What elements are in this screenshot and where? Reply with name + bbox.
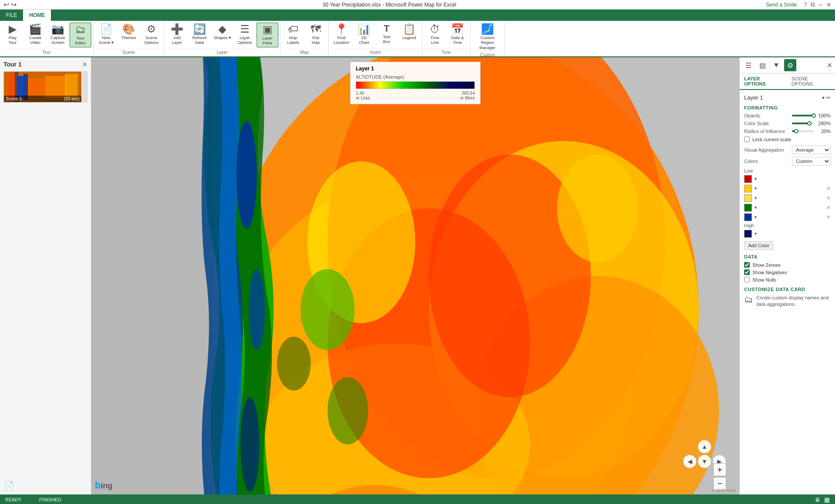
color-scale-thumb[interactable] (807, 121, 812, 126)
status-display-icon[interactable]: 🖥 (815, 496, 821, 503)
restore-icon[interactable]: ⧉ (811, 1, 815, 8)
legend-max-group: 365.64 or More (460, 91, 475, 100)
layer-edit-icon[interactable]: ✏ (826, 95, 831, 101)
low-label: Low (744, 168, 831, 173)
new-scene-icon: 📄 (100, 24, 113, 34)
ribbon-group-scene: 📄 NewScene ▾ 🎨 Themes ⚙ SceneOptions Sce… (94, 21, 164, 56)
panel-close-button[interactable]: ✕ (827, 61, 832, 70)
add-color-button[interactable]: Add Color (744, 241, 773, 250)
legend-labels: 1.46 or Less 365.64 or More (356, 91, 475, 100)
layer-pane-button[interactable]: ▣ LayerPane (257, 23, 278, 47)
show-nulls-checkbox[interactable] (744, 277, 750, 282)
visual-aggregation-control: Average Sum Count Min Max (792, 146, 831, 154)
scene-thumb-image: Scene 1 (10 sec) (4, 72, 81, 102)
show-nulls-label[interactable]: Show Nulls (752, 277, 776, 282)
2d-chart-button[interactable]: 📊 2DChart (353, 23, 375, 46)
ribbon-group-items-time: ⏱ TimeLine 📅 Date &Time (424, 21, 468, 49)
tab-file[interactable]: FILE (0, 10, 23, 21)
color-scale-fill (792, 123, 809, 124)
color-swatch-green[interactable] (744, 204, 752, 212)
send-smile-link[interactable]: Send a Smile (762, 1, 800, 9)
tour-panel-close[interactable]: ✕ (82, 61, 87, 68)
refresh-data-icon: 🔄 (193, 24, 206, 34)
color-swatch-red[interactable] (744, 175, 752, 183)
map-visualization (91, 57, 739, 494)
tab-layer-options[interactable]: LAYER OPTIONS (740, 73, 787, 90)
close-window-icon[interactable]: ✕ (826, 1, 832, 8)
text-box-label: TextBox (383, 34, 390, 44)
refresh-data-button[interactable]: 🔄 RefreshData (189, 23, 210, 46)
panel-list-icon[interactable]: ☰ (742, 59, 755, 71)
new-scene-button[interactable]: 📄 NewScene ▾ (95, 23, 117, 46)
show-zeroes-label[interactable]: Show Zeroes (752, 262, 781, 268)
legend-button[interactable]: 📋 Legend (398, 23, 420, 41)
add-scene-icon[interactable]: 📄 (3, 481, 14, 491)
visual-aggregation-label: Visual Aggregation (744, 147, 792, 153)
radius-slider[interactable] (792, 130, 814, 132)
high-color-swatch-item[interactable] (744, 230, 752, 238)
undo-btn[interactable]: ↩ (3, 0, 9, 9)
flat-map-button[interactable]: 🗺 FlatMap (305, 23, 327, 46)
custom-region-manager-button[interactable]: 🗾 Custom RegionManager (472, 23, 503, 51)
panel-filter-icon[interactable]: ▼ (770, 59, 782, 71)
svg-point-27 (240, 397, 259, 491)
nav-left-button[interactable]: ◀ (683, 454, 697, 468)
status-grid-icon[interactable]: ▦ (824, 496, 830, 503)
show-negatives-checkbox[interactable] (744, 269, 750, 275)
opacity-slider[interactable] (792, 115, 814, 116)
visual-aggregation-select[interactable]: Average Sum Count Min Max (792, 146, 831, 154)
tour-group-label: Tour (2, 49, 91, 56)
themes-button[interactable]: 🎨 Themes (118, 23, 140, 41)
remove-color-3[interactable]: ✕ (826, 195, 831, 201)
scene-options-label: SceneOptions (144, 35, 159, 45)
nav-up-button[interactable]: ▲ (698, 440, 711, 454)
remove-color-4[interactable]: ✕ (826, 205, 831, 211)
colors-select[interactable]: Custom Default Colorblind Safe (792, 157, 831, 166)
opacity-value: 100% (815, 113, 831, 118)
time-line-button[interactable]: ⏱ TimeLine (424, 23, 446, 46)
opacity-thumb[interactable] (812, 113, 816, 118)
layer-dropdown-icon[interactable]: ▾ (822, 95, 825, 101)
play-tour-button[interactable]: ▶ PlayTour (2, 23, 23, 46)
scene-thumbnail[interactable]: Scene 1 (10 sec) (3, 71, 87, 103)
shapes-button[interactable]: ◆ Shapes ▾ (211, 23, 233, 41)
panel-settings-icon[interactable]: ⚙ (784, 59, 796, 71)
minimize-icon[interactable]: ─ (818, 1, 823, 8)
map-labels-button[interactable]: 🏷 MapLabels (282, 23, 304, 46)
tab-home[interactable]: HOME (23, 10, 51, 21)
tab-scene-options[interactable]: SCENE OPTIONS (787, 73, 835, 90)
insert-group-label: Insert (331, 49, 420, 56)
radius-thumb[interactable] (794, 129, 798, 133)
tour-editor-button[interactable]: 🗂 TourEditor (70, 23, 91, 47)
color-swatch-blue[interactable] (744, 213, 752, 221)
remove-color-2[interactable]: ✕ (826, 186, 831, 192)
color-scale-slider[interactable] (792, 123, 814, 124)
show-negatives-row: Show Negatives (744, 269, 831, 275)
panel-layers-icon[interactable]: ▤ (756, 59, 768, 71)
lock-scale-label[interactable]: Lock current scale (752, 137, 791, 142)
find-location-icon: 📍 (335, 24, 348, 34)
legend-max-value: 365.64 (460, 91, 475, 96)
zoom-in-button[interactable]: + (713, 463, 726, 476)
formatting-section-title: FORMATTING (744, 105, 831, 110)
create-video-button[interactable]: 🎬 CreateVideo (24, 23, 46, 46)
help-icon[interactable]: ? (804, 1, 807, 8)
color-swatch-yellow1[interactable] (744, 185, 752, 192)
layer-options-button[interactable]: ☰ LayerOptions (234, 23, 256, 46)
date-time-button[interactable]: 📅 Date &Time (447, 23, 468, 46)
lock-scale-checkbox[interactable] (744, 136, 750, 142)
nav-down-button[interactable]: ▼ (698, 454, 711, 468)
capture-screen-button[interactable]: 📷 CaptureScreen (47, 23, 69, 46)
find-location-button[interactable]: 📍 FindLocation (331, 23, 352, 46)
text-box-button[interactable]: T TextBox (376, 23, 397, 46)
scene-options-button[interactable]: ⚙ SceneOptions (140, 23, 162, 46)
remove-color-5[interactable]: ✕ (826, 214, 831, 220)
text-box-icon: T (384, 24, 389, 33)
color-swatch-yellow2[interactable] (744, 194, 752, 202)
show-negatives-label[interactable]: Show Negatives (752, 270, 787, 275)
redo-btn[interactable]: ↪ (11, 0, 17, 9)
show-zeroes-checkbox[interactable] (744, 262, 750, 268)
add-layer-button[interactable]: ➕ AddLayer (166, 23, 188, 46)
data-card-icon: 🗂 (744, 295, 753, 305)
finished-status: FINISHED (39, 497, 61, 502)
